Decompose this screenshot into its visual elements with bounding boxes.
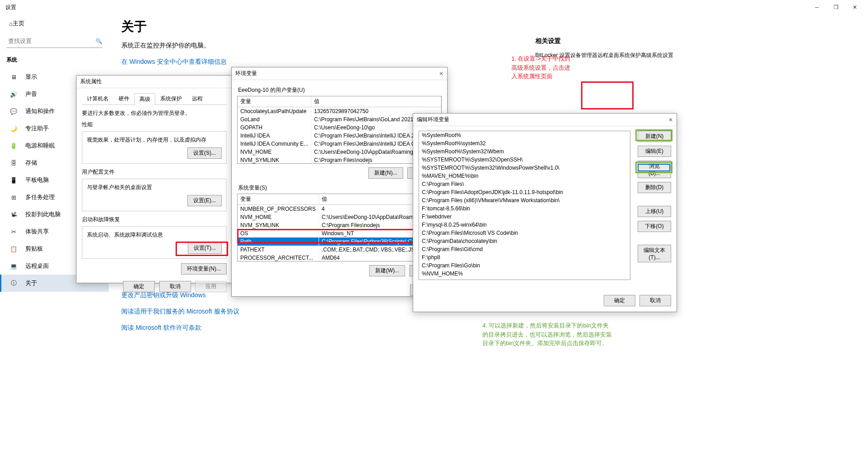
list-item[interactable]: C:\Program Files\	[419, 180, 630, 188]
search-icon: 🔍	[95, 38, 102, 44]
path-edittext-button[interactable]: 编辑文本(T)...	[638, 245, 671, 262]
user-vars-label: EeeDong-10 的用户变量(U)	[238, 86, 442, 94]
tab-hardware[interactable]: 硬件	[114, 93, 134, 104]
table-row[interactable]: IntelliJ IDEAC:\Program Files\JetBrains\…	[238, 132, 441, 140]
list-item[interactable]: %SYSTEMROOT%\System32\OpenSSH\	[419, 156, 630, 164]
related-link[interactable]: 远程桌面	[597, 52, 619, 58]
link-security-center[interactable]: 在 Windows 安全中心中查看详细信息	[121, 58, 859, 66]
search-input[interactable]	[6, 36, 95, 46]
tab-computer-name[interactable]: 计算机名	[82, 93, 114, 104]
list-item[interactable]: C:\Program Files\AdoptOpenJDK\jdk-11.0.1…	[419, 188, 630, 196]
table-row[interactable]: NVM_SYMLINKC:\Program Files\nodejs	[238, 221, 441, 229]
nav-label: 存储	[25, 159, 37, 167]
nav-icon: 🔊	[9, 91, 18, 98]
env-vars-button[interactable]: 环境变量(N)...	[181, 263, 227, 275]
table-row[interactable]: PathC:\Program Files\Python38\Scripts\;C…	[238, 237, 441, 246]
nav-label: 显示	[25, 73, 37, 81]
sidebar-home[interactable]: ⌂ 主页	[0, 14, 109, 33]
envvars-close-icon[interactable]: ✕	[431, 71, 444, 77]
nav-label: 通知和操作	[25, 107, 55, 115]
user-vars-table[interactable]: 变量值 ChocolateyLastPathUpdate132657029897…	[237, 96, 442, 164]
table-row[interactable]: IntelliJ IDEA Community E...C:\Program F…	[238, 140, 441, 148]
table-row[interactable]: NUMBER_OF_PROCESSORS4	[238, 205, 441, 214]
sysprops-apply-button[interactable]: 应用	[195, 281, 227, 292]
sys-new-button[interactable]: 新建(W)...	[369, 265, 405, 276]
nav-icon: 💻	[9, 263, 18, 270]
window-title: 设置	[4, 4, 807, 11]
tab-remote[interactable]: 远程	[187, 93, 208, 104]
table-row[interactable]: ChocolateyLastPathUpdate1326570298970427…	[238, 107, 441, 116]
perf-desc: 视觉效果，处理器计划，内存使用，以及虚拟内存	[87, 136, 222, 144]
related-link[interactable]: 系统保护	[619, 52, 641, 58]
editpath-cancel-button[interactable]: 取消	[639, 295, 671, 306]
list-item[interactable]: C:\Program Files\Microsoft VS Code\bin	[419, 229, 630, 237]
sidebar-search[interactable]: 🔍	[6, 34, 102, 48]
nav-icon: ✂	[9, 228, 18, 235]
table-row[interactable]: OSWindows_NT	[238, 229, 441, 237]
nav-icon: 📱	[9, 177, 18, 184]
sidebar-section-title: 系统	[0, 53, 109, 68]
tab-protection[interactable]: 系统保护	[155, 93, 187, 104]
sys-vars-table[interactable]: 变量值 NUMBER_OF_PROCESSORS4NVM_HOMEC:\User…	[237, 194, 442, 261]
startup-desc: 系统启动、系统故障和调试信息	[87, 231, 222, 239]
list-item[interactable]: F:\mysql-8.0.25-winx64\bin	[419, 221, 630, 229]
table-row[interactable]: GOPATHC:\Users\EeeDong-10\go	[238, 123, 441, 132]
list-item[interactable]: %SystemRoot%\system32	[419, 139, 630, 147]
nav-icon: ⓘ	[9, 279, 18, 287]
profile-settings-button[interactable]: 设置(E)...	[187, 195, 222, 206]
table-row[interactable]: PATHEXT.COM;.EXE;.BAT;.CMD;.VBS;.VBE;.JS…	[238, 246, 441, 254]
perf-settings-button[interactable]: 设置(S)...	[187, 147, 222, 159]
list-item[interactable]: %MAVEN_HOME%\bin	[419, 172, 630, 180]
table-row[interactable]: NVM_SYMLINKC:\Program Files\nodejs	[238, 156, 441, 164]
editpath-title: 编辑环境变量	[417, 116, 660, 123]
list-item[interactable]: %NVM_HOME%	[419, 270, 630, 278]
list-item[interactable]: F:\php8	[419, 253, 630, 261]
maximize-button[interactable]: ❐	[826, 1, 845, 14]
path-delete-button[interactable]: 删除(D)	[638, 182, 671, 193]
path-up-button[interactable]: 上移(U)	[638, 206, 671, 217]
table-row[interactable]: NVM_HOMEC:\Users\EeeDong-10\AppData\Roam…	[238, 213, 441, 221]
nav-label: 电源和睡眠	[25, 142, 55, 150]
path-edit-button[interactable]: 编辑(E)	[638, 146, 671, 157]
nav-label: 剪贴板	[25, 245, 43, 253]
list-item[interactable]: %NVM_SYMLINK%	[419, 278, 630, 280]
table-row[interactable]: PROCESSOR_ARCHITECT...AMD64	[238, 254, 441, 261]
list-item[interactable]: F:\tomcat-8.5.66\bin	[419, 204, 630, 213]
path-new-button[interactable]: 新建(N)	[638, 131, 671, 142]
admin-note: 要进行大多数更改，你必须作为管理员登录。	[82, 109, 227, 117]
nav-label: 远程桌面	[25, 262, 49, 270]
list-item[interactable]: C:\Program Files\Go\bin	[419, 261, 630, 270]
list-item[interactable]: %SystemRoot%	[419, 131, 630, 139]
sysprops-ok-button[interactable]: 确定	[123, 281, 155, 292]
nav-label: 声音	[25, 90, 37, 98]
list-item[interactable]: %SYSTEMROOT%\System32\WindowsPowerShell\…	[419, 164, 630, 172]
list-item[interactable]: F:\webdriver	[419, 213, 630, 221]
editpath-ok-button[interactable]: 确定	[604, 295, 635, 306]
list-item[interactable]: C:\Program Files (x86)\VMware\VMware Wor…	[419, 196, 630, 204]
nav-icon: 📋	[9, 246, 18, 252]
path-browse-button[interactable]: 浏览(B)...	[638, 161, 671, 178]
tab-advanced[interactable]: 高级	[134, 93, 155, 105]
list-item[interactable]: %SystemRoot%\System32\Wbem	[419, 147, 630, 156]
sysprops-title: 系统属性	[80, 78, 229, 85]
annotation-4: 4. 可以选择新建，然后将安装目录下的bin文件夹 的目录拷贝进去，也可以选择浏…	[482, 321, 612, 348]
related-link[interactable]: 设备管理器	[570, 52, 597, 58]
sysprops-cancel-button[interactable]: 取消	[159, 281, 191, 292]
path-down-button[interactable]: 下移(O)	[638, 221, 671, 232]
related-link[interactable]: 高级系统设置	[641, 52, 673, 58]
editpath-titlebar: 编辑环境变量 ✕	[413, 114, 677, 126]
list-item[interactable]: C:\Program Files\Git\cmd	[419, 245, 630, 253]
path-list[interactable]: %SystemRoot%%SystemRoot%\system32%System…	[419, 131, 630, 280]
table-row[interactable]: NVM_HOMEC:\Users\EeeDong-10\AppData\Roam…	[238, 148, 441, 156]
profile-title: 用户配置文件	[82, 168, 227, 176]
list-item[interactable]: C:\ProgramData\chocolatey\bin	[419, 237, 630, 245]
editpath-close-icon[interactable]: ✕	[660, 117, 673, 123]
related-title: 相关设置	[535, 37, 673, 45]
minimize-button[interactable]: ─	[807, 1, 826, 14]
startup-settings-button[interactable]: 设置(T)...	[188, 242, 222, 254]
dialog-system-properties: 系统属性 计算机名 硬件 高级 系统保护 远程 要进行大多数更改，你必须作为管理…	[76, 75, 233, 283]
close-button[interactable]: ✕	[845, 1, 864, 14]
user-new-button[interactable]: 新建(N)...	[368, 167, 403, 179]
nav-label: 多任务处理	[25, 193, 55, 201]
table-row[interactable]: GoLandC:\Program Files\JetBrains\GoLand …	[238, 115, 441, 123]
